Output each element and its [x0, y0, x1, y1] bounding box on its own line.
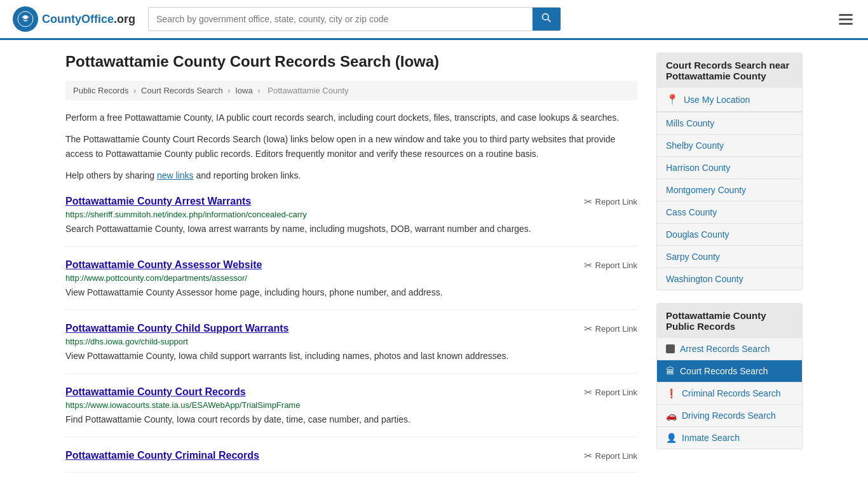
sidebar-link-montgomery[interactable]: Montgomery County	[657, 179, 802, 201]
public-records-header: Pottawattamie County Public Records	[657, 304, 802, 338]
list-item: Cass County	[657, 201, 802, 224]
logo[interactable]: CountyOffice.org	[13, 6, 135, 32]
sidebar: Court Records Search near Pottawattamie …	[656, 53, 803, 473]
location-icon: 📍	[666, 93, 679, 105]
result-desc: Search Pottawattamie County, Iowa arrest…	[65, 222, 637, 236]
public-records-section: Pottawattamie County Public Records Arre…	[656, 303, 803, 449]
sidebar-link-cass[interactable]: Cass County	[657, 201, 802, 223]
use-location-link[interactable]: 📍 Use My Location	[657, 88, 802, 112]
desc-para1: Perform a free Pottawattamie County, IA …	[65, 111, 637, 125]
arrest-icon	[666, 344, 675, 353]
result-desc: Find Pottawattamie County, Iowa court re…	[65, 413, 637, 426]
result-desc: View Pottawattamie County, Iowa child su…	[65, 349, 637, 363]
nearby-list: 📍 Use My Location Mills County Shelby Co…	[657, 88, 802, 290]
report-icon: ✂	[584, 450, 592, 462]
report-link[interactable]: ✂ Report Link	[584, 323, 637, 335]
report-link[interactable]: ✂ Report Link	[584, 196, 637, 208]
report-link[interactable]: ✂ Report Link	[584, 259, 637, 271]
result-item: Pottawattamie County Court Records ✂ Rep…	[65, 386, 637, 437]
sidebar-link-harrison[interactable]: Harrison County	[657, 157, 802, 179]
sidebar-inmate-search[interactable]: 👤 Inmate Search	[657, 427, 802, 449]
list-item-criminal: ❗ Criminal Records Search	[657, 383, 802, 405]
svg-point-2	[543, 14, 549, 20]
search-bar	[148, 7, 561, 31]
logo-text: CountyOffice.org	[42, 13, 135, 26]
sidebar-link-sarpy[interactable]: Sarpy County	[657, 246, 802, 268]
sidebar-link-mills[interactable]: Mills County	[657, 112, 802, 134]
breadcrumb-public-records[interactable]: Public Records	[73, 86, 128, 95]
new-links-link[interactable]: new links	[157, 170, 194, 180]
main-container: Pottawattamie County Court Records Searc…	[53, 40, 815, 485]
list-item: Harrison County	[657, 157, 802, 179]
report-link[interactable]: ✂ Report Link	[584, 450, 637, 462]
svg-point-1	[24, 15, 27, 19]
desc-para3: Help others by sharing new links and rep…	[65, 168, 637, 182]
result-url: https://dhs.iowa.gov/child-support	[65, 337, 637, 346]
report-icon: ✂	[584, 386, 592, 398]
sidebar-driving-records[interactable]: 🚗 Driving Records Search	[657, 405, 802, 426]
result-item: Pottawattamie County Arrest Warrants ✂ R…	[65, 196, 637, 247]
car-icon: 🚗	[666, 410, 677, 421]
list-item: Sarpy County	[657, 246, 802, 268]
sidebar-criminal-records[interactable]: ❗ Criminal Records Search	[657, 383, 802, 404]
list-item: Montgomery County	[657, 179, 802, 201]
public-records-list: Arrest Records Search 🏛 Court Records Se…	[657, 338, 802, 449]
list-item-driving: 🚗 Driving Records Search	[657, 405, 802, 427]
result-item: Pottawattamie County Criminal Records ✂ …	[65, 450, 637, 473]
result-title-link[interactable]: Pottawattamie County Child Support Warra…	[65, 323, 288, 334]
result-url: http://www.pottcounty.com/departments/as…	[65, 273, 637, 283]
result-title-link[interactable]: Pottawattamie County Criminal Records	[65, 450, 259, 461]
nearby-section: Court Records Search near Pottawattamie …	[656, 53, 803, 290]
breadcrumb-current: Pottawattamie County	[268, 86, 348, 95]
breadcrumb-court-records[interactable]: Court Records Search	[141, 86, 223, 95]
result-title-link[interactable]: Pottawattamie County Court Records	[65, 386, 246, 398]
list-item-arrest: Arrest Records Search	[657, 338, 802, 360]
hamburger-menu[interactable]	[836, 11, 855, 27]
result-title-link[interactable]: Pottawattamie County Arrest Warrants	[65, 196, 251, 207]
page-title: Pottawattamie County Court Records Searc…	[65, 53, 637, 71]
description: Perform a free Pottawattamie County, IA …	[65, 111, 637, 183]
result-url: https://www.iowacourts.state.ia.us/ESAWe…	[65, 400, 637, 410]
header: CountyOffice.org	[0, 0, 868, 40]
list-item: Douglas County	[657, 224, 802, 246]
logo-icon	[13, 6, 38, 32]
search-button[interactable]	[532, 8, 560, 30]
search-input[interactable]	[149, 9, 532, 29]
list-item: Washington County	[657, 268, 802, 290]
result-title-link[interactable]: Pottawattamie County Assessor Website	[65, 259, 262, 271]
breadcrumb-iowa[interactable]: Iowa	[235, 86, 252, 95]
report-icon: ✂	[584, 196, 592, 208]
report-link[interactable]: ✂ Report Link	[584, 386, 637, 398]
result-item: Pottawattamie County Assessor Website ✂ …	[65, 259, 637, 310]
court-icon: 🏛	[666, 366, 675, 376]
inmate-icon: 👤	[666, 433, 677, 443]
sidebar-link-douglas[interactable]: Douglas County	[657, 224, 802, 245]
content-area: Pottawattamie County Court Records Searc…	[65, 53, 637, 473]
breadcrumb: Public Records › Court Records Search › …	[65, 81, 637, 100]
nearby-section-header: Court Records Search near Pottawattamie …	[657, 53, 802, 88]
result-url: https://sheriff.summitoh.net/index.php/i…	[65, 210, 637, 219]
list-item: Shelby County	[657, 135, 802, 157]
sidebar-link-washington[interactable]: Washington County	[657, 268, 802, 290]
sidebar-link-shelby[interactable]: Shelby County	[657, 135, 802, 156]
list-item-location: 📍 Use My Location	[657, 88, 802, 112]
result-item: Pottawattamie County Child Support Warra…	[65, 323, 637, 374]
desc-para2: The Pottawattamie County Court Records S…	[65, 132, 637, 161]
list-item: Mills County	[657, 112, 802, 135]
report-icon: ✂	[584, 323, 592, 335]
criminal-icon: ❗	[666, 388, 677, 398]
report-icon: ✂	[584, 259, 592, 271]
sidebar-court-records[interactable]: 🏛 Court Records Search	[657, 360, 802, 382]
list-item-inmate: 👤 Inmate Search	[657, 427, 802, 449]
sidebar-arrest-records[interactable]: Arrest Records Search	[657, 338, 802, 360]
svg-line-3	[548, 19, 550, 22]
result-desc: View Pottawattamie County Assessor home …	[65, 286, 637, 299]
list-item-court: 🏛 Court Records Search	[657, 360, 802, 383]
